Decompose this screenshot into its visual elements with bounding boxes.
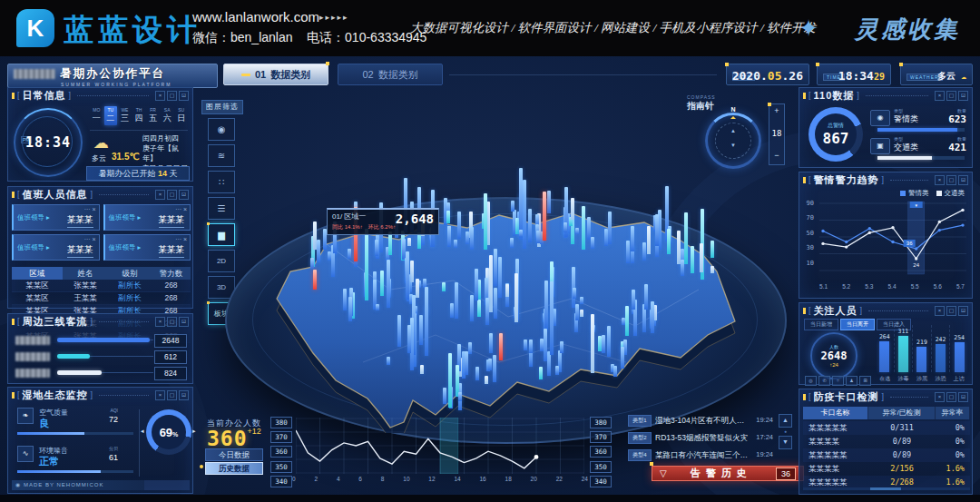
duty-card[interactable]: 值班领导 ▸ ⋯ × 某某某 [103,204,191,231]
expand-icon[interactable]: ⊡ [958,175,968,185]
office-y-label: 370 [270,431,292,443]
site-url[interactable]: www.lanlanwork.com [192,9,319,25]
expand-icon[interactable]: ⊡ [179,317,189,327]
focus-mini-icon[interactable]: ◎ [805,376,817,386]
expand-icon[interactable]: ⊡ [958,306,968,316]
window-icon[interactable]: ▢ [167,390,177,400]
alert-item[interactable]: 类型2 RD13-53烟感报警疑似火灾 17:24 [628,431,773,444]
stage: K 蓝蓝设计 www.lanlanwork.com ▸▸▸▸▸ 微信：ben_l… [0,0,980,502]
weather-text: 多云 [92,153,106,163]
checkpoint-scrollbar[interactable] [803,487,970,490]
eco-gauge: 69% [146,409,191,455]
flow-header: [ 周边三线客流 ] ×▢⊡ [8,314,192,329]
focus-bar [955,342,965,372]
map-bar [529,340,533,352]
window-icon[interactable]: ▢ [946,392,956,402]
office-x-label: 22 [556,476,563,482]
close-icon[interactable]: × [935,392,945,402]
card-more-icon[interactable]: ⋯ × [83,236,95,243]
tab-data-category-1[interactable]: 01 数据类别 [223,64,328,85]
focus-tab[interactable]: 当日离开 [840,319,875,330]
focus-mini-icon[interactable]: ⌗ [832,376,844,386]
expand-icon[interactable]: ⊡ [179,390,189,400]
map-bar [560,341,564,353]
compass-dial[interactable]: N ▲ ▼ [705,113,761,169]
noise-bar-fill [17,470,101,473]
card-more-icon[interactable]: ⋯ × [175,236,187,243]
trend-x-label: 5.2 [842,283,850,290]
map-bar [608,212,612,244]
date-segment: DATE 2020.05.26 [726,64,809,85]
gauge-left-arrow-icon[interactable]: ◂ [141,428,144,435]
checkpoint-row: 某某某某 2/156 1.6% [803,462,970,476]
focus-categories: 在逃涉毒涉黑涉恐上访 [876,375,968,383]
map-bar [348,249,351,259]
zoom-out-button[interactable]: − [769,150,784,161]
office-y-label: 360 [270,446,292,458]
banner-ytick [650,462,653,466]
north-pointer-icon [730,116,736,119]
window-icon[interactable]: ▢ [167,190,177,200]
office-y-axis-left: 380370360350340 [270,417,292,490]
map-bar [681,260,684,276]
duty-card[interactable]: 值班领导 ▸ ⋯ × 某某某 [12,234,100,261]
alert-item[interactable]: 类型1 湿地3-104片区有不明人员闯入 19:24 [628,414,773,427]
duty-card[interactable]: 值班领导 ▸ ⋯ × 某某某 [103,234,191,261]
tab-data-category-2[interactable]: 02 数据类别 [338,64,443,85]
focus-mini-icon[interactable]: ♟ [846,376,858,386]
map-bar [655,214,659,246]
map-bar [591,237,594,250]
duty-card[interactable]: 值班领导 ▸ ⋯ × 某某某 [12,204,100,231]
trend-legend: 警情类交通类 [900,189,965,198]
expand-icon[interactable]: ⊡ [958,392,968,402]
trend-y-tick: 10 [801,256,814,271]
close-icon[interactable]: × [155,317,165,327]
scroll-up-icon[interactable]: ▲ [779,414,792,428]
map-bar [580,310,583,317]
alarm-history-banner[interactable]: ▽ 告警历史 36 [652,466,804,481]
expand-icon[interactable]: ⊡ [179,190,189,200]
card-more-icon[interactable]: ⋯ × [83,206,95,213]
window-icon[interactable]: ▢ [167,317,177,327]
focus-tab[interactable]: 当日新增 [804,319,838,330]
focus-mini-icon[interactable]: ⊞ [859,376,871,386]
map-zoom-slider[interactable]: + 18 − [769,103,785,165]
expand-icon[interactable]: ⊡ [179,91,189,101]
duty-table-row: 某某区王某某副所长268 [12,292,191,305]
window-icon[interactable]: ▢ [946,306,956,316]
close-icon[interactable]: × [935,175,945,185]
office-y-label: 350 [270,461,292,473]
checkpoint-col-header: 异常/已检测 [868,407,936,419]
close-icon[interactable]: × [155,390,165,400]
compass-up-icon[interactable]: ▲ [708,128,759,133]
window-icon[interactable]: ▢ [946,175,956,185]
map-bar [446,211,450,223]
map-bar [607,326,611,356]
map-bar [416,279,419,298]
alert-item[interactable]: 类型4 某路口有小汽车连闯三个红灯 19:24 [628,448,773,461]
compass-down-icon[interactable]: ▼ [708,143,759,148]
office-x-label: 6 [358,476,362,482]
time-value: 18:3429 [838,69,885,83]
week-day: SU日 [174,106,188,125]
zoom-in-button[interactable]: + [769,104,784,117]
office-y-label: 340 [590,476,612,487]
map-bar [475,367,479,379]
window-icon[interactable]: ▢ [167,91,177,101]
map-bar [511,201,514,212]
close-icon[interactable]: × [155,190,165,200]
history-data-button[interactable]: 历史数据 [205,462,263,475]
gauge-right-arrow-icon[interactable]: ▸ [192,428,196,435]
window-icon[interactable]: ▢ [946,91,956,101]
map-bar [455,282,458,319]
focus-mini-icon[interactable]: ✆ [818,376,830,386]
card-more-icon[interactable]: ⋯ × [175,206,187,213]
today-data-button[interactable]: 今日数据 [205,448,263,461]
close-icon[interactable]: × [935,306,945,316]
map-bar [667,229,671,254]
close-icon[interactable]: × [155,91,165,101]
expand-icon[interactable]: ⊡ [958,91,968,101]
close-icon[interactable]: × [935,91,945,101]
scroll-down-icon[interactable]: ▼ [779,436,792,449]
week-day: FR五 [146,106,160,125]
